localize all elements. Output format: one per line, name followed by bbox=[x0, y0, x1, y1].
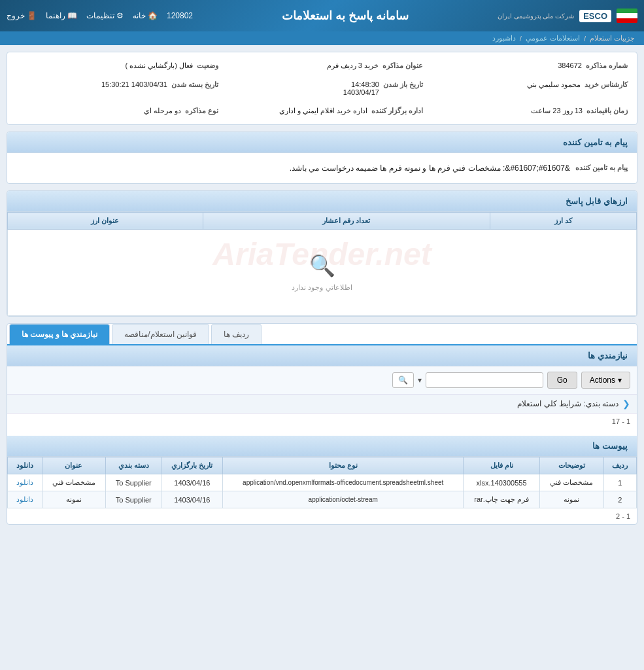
supplier-message-field: پيام به تامين کننده &#61607;#61607&: مشخ… bbox=[16, 160, 628, 177]
guide-nav[interactable]: 📖 راهنما bbox=[46, 11, 77, 20]
attachments-table: رديف توضيحات نام فايل نوع محتوا تاريخ با… bbox=[7, 457, 637, 508]
att-col-download: دانلود bbox=[8, 457, 42, 474]
close-date-field: تاريخ بسته شدن 1403/04/31 15:30:21 bbox=[16, 78, 218, 99]
go-button[interactable]: Go bbox=[547, 372, 577, 389]
supplier-message-header: پيام به تامين کننده bbox=[7, 132, 637, 153]
flag-icon bbox=[617, 9, 637, 23]
att-cell-content-type: application/vnd.openxmlformats-officedoc… bbox=[223, 474, 464, 491]
requirements-header: نيازمندي ها bbox=[7, 345, 637, 366]
att-cell-category: To Supplier bbox=[106, 491, 161, 508]
negotiation-title-field: عنوان مذاکره خريد 3 رديف فرم bbox=[221, 59, 423, 73]
tab-rules[interactable]: قوانين استعلام/مناقصه bbox=[112, 324, 209, 344]
exit-nav[interactable]: 🚪 خروج bbox=[7, 11, 37, 20]
supplier-message-panel: پيام به تامين کننده پيام به تامين کننده … bbox=[7, 132, 637, 184]
att-col-title: عنوان bbox=[42, 457, 105, 474]
supplier-message-body: پيام به تامين کننده &#61607;#61607&: مشخ… bbox=[7, 153, 637, 183]
col-currency-code: کد ارز bbox=[490, 213, 636, 230]
exchange-table: کد ارز تعداد رقم اعشار عنوان ارز 🔍 اطلاع… bbox=[7, 212, 637, 316]
att-cell-filename: فرم جهت چاپ.rar bbox=[463, 491, 539, 508]
col-currency-title: عنوان ارز bbox=[8, 213, 203, 230]
main-content: شماره مذاکره 384672 عنوان مذاکره خريد 3 … bbox=[0, 45, 644, 538]
att-cell-title: نمونه bbox=[42, 491, 105, 508]
table-row: 1 مشخصات فني xlsx.140300555 application/… bbox=[8, 474, 637, 491]
att-col-filename: نام فايل bbox=[463, 457, 539, 474]
org-subtitle: شرکت ملی پتروشیمی ایران bbox=[498, 12, 574, 20]
home-nav[interactable]: 🏠 خانه bbox=[133, 11, 158, 20]
att-cell-download[interactable]: دانلود bbox=[8, 491, 42, 508]
chevron-down-icon: ▾ bbox=[618, 376, 622, 385]
exit-icon: 🚪 bbox=[27, 11, 37, 20]
att-cell-description: مشخصات فني bbox=[540, 474, 603, 491]
book-icon: 📖 bbox=[67, 11, 77, 20]
att-cell-upload-date: 1403/04/16 bbox=[161, 491, 223, 508]
tab-rows[interactable]: رديف ها bbox=[211, 324, 262, 344]
search-icon[interactable]: 🔍 bbox=[392, 372, 414, 388]
empty-state: 🔍 اطلاعاتي وجود ندارد bbox=[14, 234, 630, 311]
attachments-header: پيوست ها bbox=[7, 436, 637, 457]
attachments-pagination: 1 - 2 bbox=[7, 508, 637, 524]
att-col-category: دسته بندي bbox=[106, 457, 161, 474]
att-cell-row: 1 bbox=[603, 474, 636, 491]
breadcrumb-general-inquiries[interactable]: استعلامات عمومي bbox=[526, 34, 580, 43]
category-arrow-icon: ❮ bbox=[622, 398, 630, 409]
settings-nav[interactable]: ⚙ تنظیمات bbox=[86, 11, 124, 20]
att-col-row: رديف bbox=[603, 457, 636, 474]
user-id: 120802 bbox=[167, 11, 193, 20]
actions-button[interactable]: ▾ Actions bbox=[581, 372, 630, 389]
exchange-header: ارزهاي قابل پاسخ bbox=[7, 191, 637, 212]
search-empty-icon: 🔍 bbox=[34, 253, 610, 278]
header-title: سامانه پاسخ به استعلامات bbox=[282, 9, 409, 23]
open-date-field: تاريخ باز شدن 14:48:30 1403/04/17 bbox=[221, 78, 423, 99]
table-row: 2 نمونه فرم جهت چاپ.rar application/octe… bbox=[8, 491, 637, 508]
purchase-expert-field: کارشناس خريد محمود سليمي بني bbox=[426, 78, 628, 99]
negotiation-type-field: نوع مذاکره دو مرحله اي bbox=[16, 104, 218, 118]
info-grid: شماره مذاکره 384672 عنوان مذاکره خريد 3 … bbox=[16, 59, 628, 118]
att-cell-title: مشخصات فني bbox=[42, 474, 105, 491]
breadcrumb-inquiry-details: جزيبات استعلام bbox=[590, 34, 635, 43]
toolbar: ▾ Actions Go ▾ 🔍 bbox=[7, 366, 637, 395]
att-col-upload-date: تاريخ بارگزاري bbox=[161, 457, 223, 474]
category-bar: ❮ دسته بندي: شرايط کلي استعلام bbox=[7, 395, 637, 414]
exchange-panel: ارزهاي قابل پاسخ AriaTender.net کد ارز ت… bbox=[7, 190, 637, 317]
header: ESCO شرکت ملی پتروشیمی ایران سامانه پاسخ… bbox=[0, 0, 644, 31]
search-dropdown-icon[interactable]: ▾ bbox=[418, 376, 422, 385]
att-col-content-type: نوع محتوا bbox=[223, 457, 464, 474]
att-col-description: توضيحات bbox=[540, 457, 603, 474]
organizer-field: اداره برگزار کننده اداره خريد اقلام ايمن… bbox=[221, 104, 423, 118]
att-cell-download[interactable]: دانلود bbox=[8, 474, 42, 491]
attachments-section: پيوست ها رديف توضيحات نام فايل نوع محتوا… bbox=[7, 436, 637, 524]
att-cell-category: To Supplier bbox=[106, 474, 161, 491]
logo-area: ESCO شرکت ملی پتروشیمی ایران bbox=[498, 9, 637, 23]
header-nav: 120802 🏠 خانه ⚙ تنظیمات 📖 راهنما 🚪 خروج bbox=[7, 11, 193, 20]
remaining-time-field: زمان باقيمانده 13 روز 23 ساعت bbox=[426, 104, 628, 118]
category-label: دسته بندي: شرايط کلي استعلام bbox=[517, 399, 619, 408]
search-input[interactable] bbox=[426, 372, 543, 388]
att-cell-filename: xlsx.140300555 bbox=[463, 474, 539, 491]
tab-requirements-attachments[interactable]: نيازمندي ها و پيوست ها bbox=[9, 324, 110, 344]
status-field: وضعیت فعال (بارگشايي نشده ) bbox=[16, 59, 218, 73]
inquiry-info-card: شماره مذاکره 384672 عنوان مذاکره خريد 3 … bbox=[7, 52, 637, 125]
tabs-panel: نيازمندي ها و پيوست ها قوانين استعلام/من… bbox=[7, 323, 637, 525]
home-icon: 🏠 bbox=[148, 11, 158, 20]
esco-badge: ESCO bbox=[579, 11, 611, 21]
att-cell-content-type: application/octet-stream bbox=[223, 491, 464, 508]
att-cell-row: 2 bbox=[603, 491, 636, 508]
tab-bar: نيازمندي ها و پيوست ها قوانين استعلام/من… bbox=[7, 324, 637, 345]
breadcrumb: جزيبات استعلام / استعلامات عمومي / داشبو… bbox=[0, 31, 644, 45]
att-cell-description: نمونه bbox=[540, 491, 603, 508]
att-cell-upload-date: 1403/04/16 bbox=[161, 474, 223, 491]
breadcrumb-dashboard[interactable]: داشبورد bbox=[492, 34, 516, 43]
col-decimal-count: تعداد رقم اعشار bbox=[203, 213, 490, 230]
requirements-pagination: 1 - 17 bbox=[7, 414, 637, 429]
settings-icon: ⚙ bbox=[116, 11, 124, 20]
inquiry-number-field: شماره مذاکره 384672 bbox=[426, 59, 628, 73]
